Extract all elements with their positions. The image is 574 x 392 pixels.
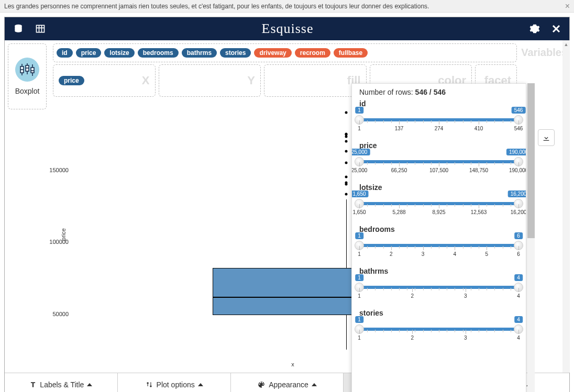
ruler-tick-label: 546 — [514, 126, 523, 131]
ruler-tick-label: 410 — [474, 126, 483, 131]
pill-price-in-x[interactable]: price — [59, 76, 84, 85]
svg-point-16 — [147, 382, 149, 384]
pill-fullbase[interactable]: fullbase — [334, 48, 368, 58]
ruler-tick-label: 2 — [411, 293, 414, 299]
download-button[interactable] — [538, 129, 555, 146]
outlier — [345, 182, 347, 184]
whisker-lower — [346, 315, 347, 350]
data-panel-scrollbar[interactable] — [527, 83, 535, 392]
well-x[interactable]: Xprice — [53, 64, 156, 97]
slider-title: lotsize — [359, 183, 518, 192]
x-axis-label: x — [291, 361, 294, 367]
slider-bedrooms: bedrooms16123456 — [359, 225, 518, 262]
slider-ruler: 1137274410546 — [359, 124, 518, 136]
svg-rect-14 — [31, 68, 34, 73]
pill-bathrms[interactable]: bathrms — [182, 48, 217, 58]
pill-id[interactable]: id — [57, 48, 73, 58]
pill-lotsize[interactable]: lotsize — [104, 48, 134, 58]
slider-title: id — [359, 99, 518, 108]
data-panel-scroll-thumb[interactable] — [527, 83, 535, 238]
variables-placeholder: Variables — [521, 47, 567, 59]
ruler-tick-label: 1 — [358, 251, 361, 257]
tab-plot-options[interactable]: Plot options — [118, 373, 231, 392]
outlier — [345, 150, 347, 152]
slider-title: stories — [359, 309, 518, 317]
slider-ruler: 123456 — [359, 249, 518, 262]
svg-point-17 — [150, 385, 152, 387]
ruler-tick-label: 190,000 — [509, 167, 526, 173]
ruler-tick-label: 2 — [390, 251, 393, 257]
ruler-tick-label: 3 — [464, 293, 467, 299]
geom-panel: Boxplot — [5, 40, 50, 373]
outlier — [345, 132, 347, 135]
ruler-tick-label: 16,200 — [511, 209, 526, 215]
variable-pills-row[interactable]: idpricelotsizebedroomsbathrmsstoriesdriv… — [53, 43, 517, 62]
ruler-tick-label: 4 — [454, 251, 457, 257]
tab-appearance[interactable]: Appearance — [231, 373, 344, 392]
ruler-tick-label: 3 — [464, 335, 467, 341]
header-right — [529, 24, 561, 34]
header-left — [13, 24, 46, 34]
ruler-tick-label: 1 — [358, 293, 361, 299]
pill-driveway[interactable]: driveway — [254, 48, 291, 58]
pill-recroom[interactable]: recroom — [295, 48, 330, 58]
well-y[interactable]: Y — [159, 64, 261, 97]
scrollbar-up-arrow-icon[interactable]: ▲ — [562, 40, 570, 49]
ruler-tick-label: 5 — [485, 251, 488, 257]
pill-price[interactable]: price — [76, 48, 102, 58]
banner-text: Les grandes personnes ne comprennent jam… — [4, 3, 429, 10]
pill-bedrooms[interactable]: bedrooms — [138, 48, 179, 58]
gear-icon[interactable] — [529, 24, 540, 34]
outlier — [345, 193, 347, 196]
outlier — [345, 176, 347, 178]
slider-price: price25,000190,00025,00066,250107,500148… — [359, 141, 518, 178]
y-tick: 150000 — [50, 167, 69, 173]
geom-boxplot-card[interactable]: Boxplot — [8, 43, 47, 109]
data-filter-panel: Number of rows: 546 / 546 id154611372744… — [351, 83, 526, 392]
ruler-tick-label: 25,000 — [351, 167, 367, 173]
slider-lotsize: lotsize1,65016,2001,6505,2888,92512,5631… — [359, 183, 518, 220]
slider-title: bedrooms — [359, 225, 518, 233]
pill-stories[interactable]: stories — [220, 48, 251, 58]
ruler-tick-label: 3 — [422, 251, 425, 257]
y-tick: 50000 — [50, 311, 69, 317]
ruler-tick-label: 274 — [435, 126, 444, 131]
app-header: Esquisse — [5, 17, 569, 40]
outlier — [345, 111, 347, 114]
slider-title: bathrms — [359, 267, 518, 275]
row-count: Number of rows: 546 / 546 — [359, 88, 518, 96]
slider-ruler: 25,00066,250107,500148,750190,000 — [359, 165, 518, 178]
ruler-tick-label: 5,288 — [392, 209, 405, 215]
ruler-tick-label: 6 — [517, 251, 520, 257]
ruler-tick-label: 66,250 — [391, 167, 407, 173]
slider-title: price — [359, 141, 518, 150]
ruler-tick-label: 107,500 — [429, 167, 448, 173]
right-scrollbar[interactable]: ▲ — [562, 40, 570, 373]
table-icon[interactable] — [35, 24, 46, 34]
app-title: Esquisse — [262, 21, 314, 37]
app-body: Boxplot idpricelotsizebedroomsbathrmssto… — [5, 40, 569, 373]
svg-rect-1 — [37, 25, 45, 32]
ruler-tick-label: 4 — [517, 293, 520, 299]
ruler-tick-label: 1,650 — [352, 209, 366, 215]
slider-ruler: 1234 — [359, 291, 518, 304]
banner-close-button[interactable]: × — [565, 2, 570, 11]
ruler-tick-label: 1 — [358, 126, 361, 131]
ruler-tick-label: 4 — [517, 335, 520, 341]
ruler-tick-label: 148,750 — [469, 167, 488, 173]
tab-labels-title[interactable]: Labels & Title — [5, 373, 118, 392]
outlier — [345, 140, 347, 142]
slider-ruler: 1234 — [359, 333, 518, 345]
caret-up-icon — [87, 383, 92, 386]
caret-up-icon — [312, 383, 317, 386]
slider-stories: stories141234 — [359, 309, 518, 345]
notification-banner: Les grandes personnes ne comprennent jam… — [0, 0, 574, 13]
ruler-tick-label: 137 — [395, 126, 404, 131]
whisker-upper — [346, 199, 347, 268]
app-window: Esquisse — [4, 17, 570, 392]
close-icon[interactable] — [551, 24, 561, 33]
database-icon[interactable] — [13, 24, 24, 34]
ruler-tick-label: 1 — [358, 335, 361, 341]
slider-ruler: 1,6505,2888,92512,56316,200 — [359, 207, 518, 220]
y-tick: 100000 — [50, 239, 69, 245]
